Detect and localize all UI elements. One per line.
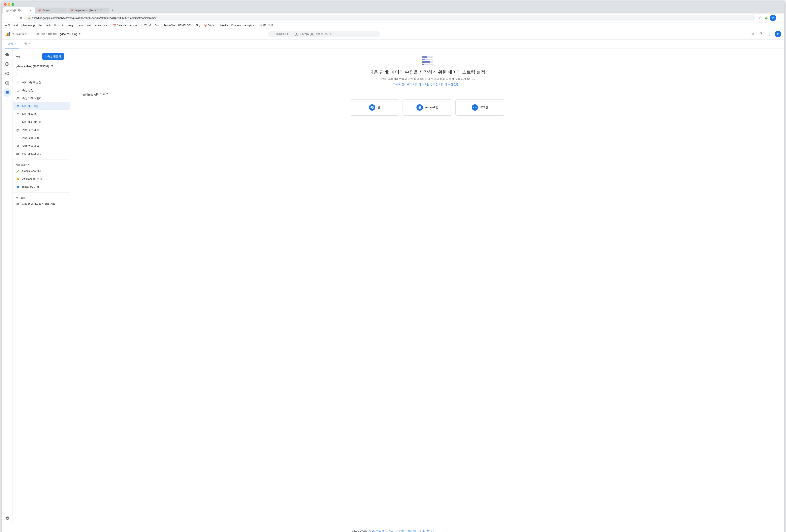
left-nav-reports[interactable] [3,59,11,68]
bookmark-domains[interactable]: Domains [230,23,242,27]
tab-admin[interactable]: 관리자 [5,40,19,48]
app-container: 애널리틱스 | 모든 계정 > gdsc-cau › gdsc-cau-blog… [2,28,784,532]
bookmark-linkedin[interactable]: LinkedIn [217,23,229,27]
data-stream-icon [369,56,485,67]
bookmark-button[interactable]: ☆ [757,15,763,21]
bookmark-penielcho[interactable]: PenielCho [162,23,176,27]
bookmark-ott[interactable]: ott [59,23,65,27]
url-bar[interactable]: 🔒 analytics.google.com/analytics/web/pro… [25,15,755,21]
create-property-button[interactable]: + 속성 만들기 [42,53,64,59]
profile-avatar[interactable]: P [770,15,776,21]
property-selector[interactable]: 모든 계정 > gdsc-cau › gdsc-cau-blog ▼ [34,31,83,37]
bookmark-mail[interactable]: mail [12,23,20,27]
platform-card-web[interactable]: 웹 [350,99,399,116]
platform-card-android[interactable]: Android 앱 [402,99,452,116]
sidebar-item-ad-manager[interactable]: Ad Manager 연결 [13,175,70,183]
close-button[interactable] [4,3,6,6]
svg-rect-0 [5,34,7,37]
learn-more-link[interactable]: 자세히 알아보기: 데이터 스트림 추가 및 데이터 수집 설정 ↗ [393,83,462,86]
sidebar-item-assistant[interactable]: ✓ 어시스턴트 설정 [13,78,70,87]
sidebar-item-bigquery[interactable]: BigQuery 연결 [13,183,70,191]
tab-peniel[interactable]: 🐙 thepenielcho (Peniel Cho) × [68,7,109,14]
tab-user[interactable]: 사용자 [19,40,33,48]
footer-link-analytics-home[interactable]: 애널리틱스 홈 [369,529,384,532]
user-avatar[interactable]: P [775,31,781,37]
sidebar-divider-1 [13,160,70,160]
more-options-button[interactable]: ⋮ [766,30,773,38]
bookmark-cau[interactable]: cau [103,23,110,27]
report-id-icon [16,128,20,132]
sidebar-property-selector[interactable]: gdsc-cau-blog (2935525531) ▼ [13,63,70,70]
bookmark-job[interactable]: job openings [20,23,37,27]
home-icon [5,52,9,57]
more-button[interactable]: ⋮ [777,15,782,21]
search-input[interactable] [268,31,380,37]
grid-icon-button[interactable]: ⊞ [749,30,756,38]
bookmark-reading-list[interactable]: 📖 읽기 목록 [257,23,274,28]
bookmark-blog[interactable]: Blog [194,23,202,27]
omnibar: ← → ↻ 🔒 analytics.google.com/analytics/w… [2,14,784,22]
bookmark-analytics[interactable]: Analytics [243,23,255,27]
tab-github[interactable]: 🐙 GitHub × [36,7,67,14]
tab-analytics-label: 애널리틱스 [10,9,22,12]
bookmark-web[interactable]: web [86,23,93,27]
bookmark-design[interactable]: design [65,23,75,27]
reload-button[interactable]: ↻ [18,15,23,21]
new-tab-button[interactable]: + [110,7,115,13]
data-delete-icon: Dd [16,152,20,156]
sidebar-item-data-streams[interactable]: 데이터 스트림 [13,102,70,110]
back-button[interactable]: ← [4,15,9,21]
sidebar-item-property-settings[interactable]: □ 속성 설정 [13,87,70,94]
sidebar-item-data-delete[interactable]: Dd 데이터 삭제 요청 [13,150,70,158]
footer-link-privacy[interactable]: 개인정보처리방침 [400,529,420,532]
platform-card-ios[interactable]: iOS iOS 앱 [456,99,505,116]
bookmark-penielogy[interactable]: PENIELOGY [177,23,193,27]
sidebar-item-data-settings[interactable]: ⊙ 데이터 설정 [13,110,70,118]
sidebar-item-search-console[interactable]: 지능형 애널리틱스 검색 기록 [13,200,70,208]
left-nav-home[interactable] [3,50,11,59]
platform-label: 플랫폼을 선택하세요. [82,93,237,96]
sidebar-item-google-ads[interactable]: Google Ads 연결 [13,167,70,175]
tab-analytics-close[interactable]: × [29,9,32,12]
svg-marker-11 [18,185,20,189]
footer-link-feedback[interactable]: 의견 보내기 [422,529,434,532]
traffic-lights [4,3,14,6]
main-layout: 속성 + 속성 만들기 gdsc-cau-blog (2935525531) ▼… [2,48,784,525]
tab-analytics[interactable]: 📊 애널리틱스 × [3,7,35,14]
minimize-button[interactable] [8,3,10,6]
svg-rect-19 [422,64,424,65]
extensions-button[interactable]: 🧩 [763,15,769,21]
sidebar-item-property-access[interactable]: 속성 액세스 관리 [13,94,70,102]
sidebar-item-attribution[interactable]: ↕ 기여 분석 설정 [13,134,70,142]
bookmark-csdm[interactable]: csdm [76,23,85,27]
left-nav-configure[interactable] [3,88,11,97]
sidebar-item-data-settings-label: 데이터 설정 [22,113,36,116]
sidebar-item-report-id[interactable]: 기본 보고서 ID [13,126,70,134]
left-nav [2,48,13,525]
data-streams-icon [16,104,20,108]
sidebar-item-property-change[interactable]: ↺ 속성 변경 내역 [13,142,70,150]
back-button-sidebar[interactable]: ← [13,70,21,78]
bookmark-dev[interactable]: dev [37,23,44,27]
footer-link-terms[interactable]: 서비스 약관 [386,529,398,532]
left-nav-explore[interactable] [3,69,11,78]
forward-button[interactable]: → [11,15,16,21]
bookmark-github-bm[interactable]: 🐙 GitHub [202,23,217,27]
bookmark-blo[interactable]: blo [52,23,59,27]
bookmark-apps[interactable]: ⊞ 앱 [3,23,11,28]
bookmark-some[interactable]: some [93,23,102,27]
bookmark-tech[interactable]: tech [44,23,52,27]
bookmark-calm[interactable]: Calm [153,23,162,27]
bookmark-calendar[interactable]: 📅 Calendar [112,23,128,27]
tab-github-close[interactable]: × [61,9,64,12]
left-nav-advertising[interactable] [3,79,11,88]
sidebar-item-data-import[interactable]: ↑ 데이터 가져오기 [13,118,70,126]
help-button[interactable]: ? [757,30,765,38]
bookmark-2021[interactable]: ⚠ 2021-2 [139,23,153,27]
bookmark-eclass[interactable]: eclass [129,23,139,27]
settings-gear-left[interactable] [3,515,11,524]
maximize-button[interactable] [11,3,14,6]
android-platform-icon [416,104,423,111]
sidebar-item-property-access-label: 속성 액세스 관리 [22,97,42,100]
tab-peniel-close[interactable]: × [103,9,107,12]
